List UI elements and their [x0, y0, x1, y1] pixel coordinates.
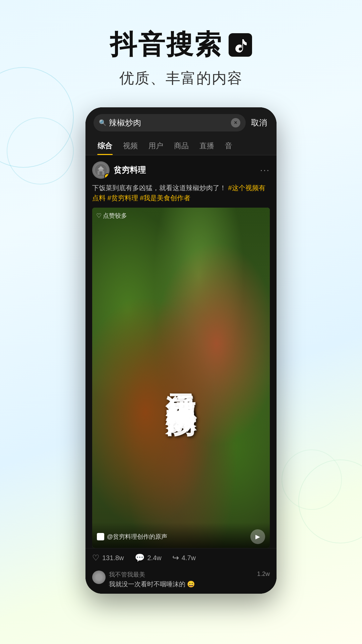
- hashtag-3[interactable]: #我是美食创作者: [140, 194, 190, 202]
- verified-badge: ✓: [104, 173, 110, 179]
- post-user-info: ✓ 贫穷料理: [92, 161, 146, 179]
- post-description: 下饭菜到底有多凶猛，就看这道辣椒炒肉了！ #这个视频有点料 #贫穷料理 #我是美…: [85, 183, 277, 208]
- tiktok-logo: [229, 33, 252, 57]
- comments-count[interactable]: 💬 2.4w: [135, 553, 162, 562]
- tab-comprehensive[interactable]: 综合: [92, 137, 118, 155]
- video-text-overlay: 勇猛辣椒炒肉: [92, 208, 270, 548]
- tab-video[interactable]: 视频: [118, 137, 143, 155]
- content-area: ✓ 贫穷料理 ··· 下饭菜到底有多凶猛，就看这道辣椒炒肉了！ #这个视频有点料…: [85, 155, 277, 594]
- hashtag-2[interactable]: #贫穷料理: [108, 194, 138, 202]
- clear-search-button[interactable]: ×: [231, 118, 240, 127]
- shares-number: 4.7w: [182, 554, 196, 562]
- username[interactable]: 贫穷料理: [114, 165, 146, 175]
- tab-audio[interactable]: 音: [220, 137, 238, 155]
- comment-count: 1.2w: [257, 571, 270, 578]
- likes-number: 131.8w: [102, 554, 124, 562]
- bg-decoration-4: [282, 449, 342, 510]
- video-container[interactable]: ♡ 点赞较多 勇猛辣椒炒肉 ♪ @贫穷料理创作的原声: [92, 208, 270, 548]
- user-avatar[interactable]: ✓: [92, 161, 110, 179]
- video-thumbnail: ♡ 点赞较多 勇猛辣椒炒肉 ♪ @贫穷料理创作的原声: [92, 208, 270, 548]
- comment-text: 我就没一次看时不咽唾沫的 😄: [109, 580, 254, 589]
- tabs-area: 综合 视频 用户 商品 直播 音: [85, 137, 277, 155]
- comment-preview: 我不管我最美 我就没一次看时不咽唾沫的 😄 1.2w: [85, 567, 277, 594]
- search-bar-area: 🔍 辣椒炒肉 × 取消: [85, 107, 277, 137]
- likes-count[interactable]: ♡ 131.8w: [92, 553, 124, 562]
- commenter-name: 我不管我最美: [109, 571, 254, 579]
- tiktok-icon: [232, 37, 249, 53]
- commenter-avatar: [92, 571, 106, 584]
- like-icon: ♡: [92, 553, 100, 562]
- phone-container: 🔍 辣椒炒肉 × 取消 综合 视频 用户: [85, 107, 277, 594]
- engagement-bar: ♡ 131.8w 💬 2.4w ↪ 4.7w: [85, 548, 277, 567]
- search-icon: 🔍: [99, 119, 106, 126]
- bg-decoration-2: [7, 117, 74, 184]
- comment-content: 我不管我最美 我就没一次看时不咽唾沫的 😄: [109, 571, 254, 589]
- search-input-wrapper[interactable]: 🔍 辣椒炒肉 ×: [94, 114, 246, 131]
- phone-inner: 🔍 辣椒炒肉 × 取消 综合 视频 用户: [85, 107, 277, 594]
- search-query-text: 辣椒炒肉: [109, 117, 228, 128]
- cancel-button[interactable]: 取消: [250, 117, 268, 128]
- comment-icon: 💬: [135, 553, 145, 562]
- subtitle: 优质、丰富的内容: [0, 68, 362, 88]
- clear-icon: ×: [234, 120, 237, 126]
- phone-mockup: 🔍 辣椒炒肉 × 取消 综合 视频 用户: [85, 107, 277, 594]
- comments-number: 2.4w: [147, 554, 162, 562]
- share-icon: ↪: [172, 553, 179, 562]
- post-header: ✓ 贫穷料理 ···: [85, 155, 277, 183]
- tab-live[interactable]: 直播: [194, 137, 220, 155]
- more-options-button[interactable]: ···: [260, 165, 270, 175]
- video-calligraphy-text: 勇猛辣椒炒肉: [166, 370, 196, 386]
- app-title-text: 抖音搜索: [110, 27, 223, 63]
- header-section: 抖音搜索 优质、丰富的内容: [0, 0, 362, 102]
- tab-user[interactable]: 用户: [143, 137, 169, 155]
- tab-product[interactable]: 商品: [169, 137, 194, 155]
- shares-count[interactable]: ↪ 4.7w: [172, 553, 196, 562]
- svg-rect-4: [100, 171, 102, 175]
- post-main-text: 下饭菜到底有多凶猛，就看这道辣椒炒肉了！: [92, 184, 226, 192]
- main-title: 抖音搜索: [0, 27, 362, 63]
